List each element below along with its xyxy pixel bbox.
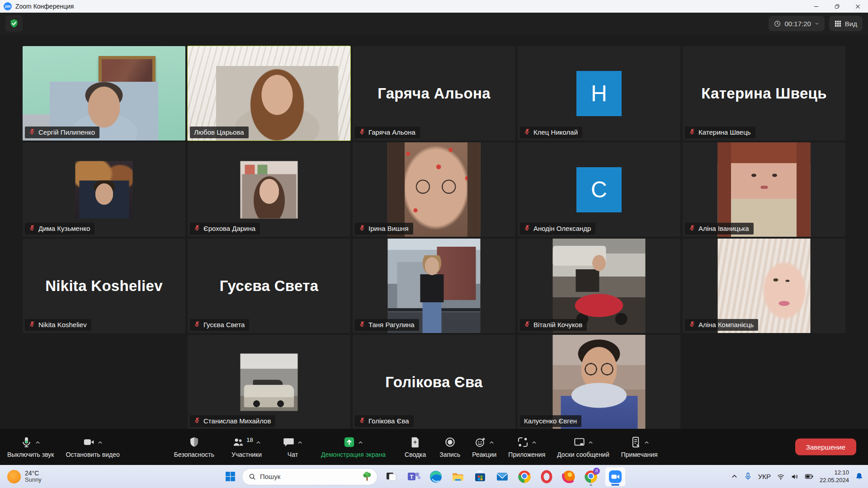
participant-tile[interactable]: Станислав Михайлов [188,335,350,429]
taskbar-apps: TЛ [383,467,626,487]
participant-name: Віталій Кочуков [533,321,582,328]
restore-button[interactable] [826,0,847,13]
toolbar-button-label: Выключить звук [7,451,54,458]
video-button[interactable]: Остановить видео [66,436,119,458]
taskbar-teams[interactable]: T [406,467,422,487]
participant-tile[interactable]: Любов Царьова [188,46,350,141]
participant-tile[interactable]: Єрохова Дарина [188,142,350,237]
participant-tile[interactable]: Дима Кузьменко [23,142,185,237]
tray-clock[interactable]: 12:10 22.05.2024 [820,469,849,484]
participant-tile[interactable]: Голікова ЄваГолікова Єва [353,335,515,429]
taskbar-firefox[interactable] [561,467,577,487]
taskbar-zoom[interactable] [605,467,626,487]
participant-name: Таня Рагулина [368,321,415,328]
view-label: Вид [845,20,857,28]
muted-mic-icon [359,128,365,136]
taskbar-file-explorer[interactable] [450,467,466,487]
taskbar-ms-store[interactable] [472,467,488,487]
chat-button[interactable]: Чат [283,436,303,458]
chevron-up-icon[interactable] [35,440,41,447]
participant-tile[interactable]: Гаряча АльонаГаряча Альона [353,46,515,141]
participant-name: Nikita Kosheliev [38,321,87,328]
participant-tile[interactable]: Катерина ШвецьКатерина Швець [683,46,845,141]
muted-mic-icon [524,321,530,328]
participant-tile[interactable]: Таня Рагулина [353,239,515,333]
participant-tile[interactable]: Аліна Іваницька [683,142,845,237]
participant-name: Катерина Швець [698,128,751,136]
battery-icon[interactable] [805,472,814,481]
participant-tile[interactable]: Віталій Кочуков [518,239,680,333]
participant-tile[interactable]: Аліна Компанієць [683,239,845,333]
participant-name-tag: Дима Кузьменко [25,223,94,235]
tray-expand-chevron-icon[interactable] [731,473,738,480]
minimize-button[interactable] [806,0,826,13]
participant-name-tag: Гусєва Света [190,319,249,331]
chevron-up-icon[interactable] [588,440,594,447]
view-button[interactable]: Вид [829,16,863,31]
muted-mic-icon [524,128,530,136]
taskbar-chrome-profile[interactable]: Л [583,467,599,487]
participant-tile[interactable]: CАнодін Олександр [518,142,680,237]
summary-button[interactable]: Сводка [405,436,426,458]
notification-bell-icon[interactable] [855,472,863,481]
screen-share-button[interactable]: Демонстрация экрана [321,436,386,458]
edge-icon [429,469,443,484]
zoom-app-icon: zm [4,2,12,10]
language-indicator[interactable]: УКР [758,473,771,480]
participant-tile[interactable]: HКлец Николай [518,46,680,141]
close-button[interactable] [847,0,868,13]
chevron-up-icon[interactable] [531,440,537,447]
muted-mic-icon [689,128,695,136]
participants-button[interactable]: 18Участники [231,436,262,458]
chrome-icon [517,469,532,484]
taskbar-task-view[interactable] [383,467,400,487]
participant-grid: Сергій ПилипенкоЛюбов ЦарьоваГаряча Альо… [0,34,868,429]
taskbar-opera[interactable] [538,467,555,487]
participant-tile[interactable]: Nikita KoshelievNikita Kosheliev [23,239,185,333]
participant-photo [75,161,133,218]
svg-text:T: T [410,474,414,480]
muted-mic-icon [359,321,365,328]
chevron-up-icon[interactable] [255,440,261,447]
chevron-up-icon[interactable] [644,440,650,447]
tray-mic-icon[interactable] [744,472,752,481]
apps-button[interactable]: Приложения [508,436,545,458]
chevron-up-icon[interactable] [489,440,495,447]
chevron-up-icon[interactable] [297,440,303,447]
avatar-letter: H [576,71,622,116]
reactions-button[interactable]: Реакции [472,436,496,458]
taskbar-mail[interactable] [494,467,510,487]
participant-tile[interactable]: Калусенко Євген [518,335,680,429]
participant-photo [241,353,298,411]
mic-button[interactable]: Выключить звук [7,436,54,458]
taskbar-edge[interactable] [428,467,444,487]
whiteboard-button[interactable]: Доски сообщений [557,436,609,458]
participant-tile[interactable]: Ірина Вишня [353,142,515,237]
notes-button[interactable]: Примечания [621,436,658,458]
taskbar-chrome[interactable] [516,467,533,487]
muted-mic-icon [359,417,365,425]
chevron-up-icon[interactable] [97,440,103,447]
meeting-toolbar: Выключить звукОстановить видеоБезопаснос… [0,429,868,465]
participant-name-tag: Любов Царьова [190,127,249,138]
toolbar-button-label: Остановить видео [66,451,119,458]
participant-tile[interactable]: Гусєва СветаГусєва Света [188,239,350,333]
meeting-timer[interactable]: 00:17:20 [769,16,824,31]
task-view-icon [384,469,399,484]
participant-name: Клец Николай [533,128,578,136]
record-button[interactable]: Запись [439,436,460,458]
wifi-icon[interactable] [777,473,785,481]
shield-button[interactable]: Безопасность [174,436,214,458]
search-input[interactable]: Пошук [242,468,377,485]
chevron-up-icon[interactable] [358,440,363,447]
profile-badge: Л [593,468,600,474]
meeting-security-button[interactable] [5,15,23,32]
window-titlebar: zm Zoom Конференция [0,0,868,13]
meeting-topbar: 00:17:20 Вид [0,13,868,34]
firefox-icon [561,469,576,484]
start-button[interactable] [225,471,236,482]
end-meeting-button[interactable]: Завершение [795,439,856,455]
weather-widget[interactable]: 24°C Sunny [7,465,42,488]
volume-icon[interactable] [791,473,799,481]
participant-tile[interactable]: Сергій Пилипенко [23,46,185,141]
